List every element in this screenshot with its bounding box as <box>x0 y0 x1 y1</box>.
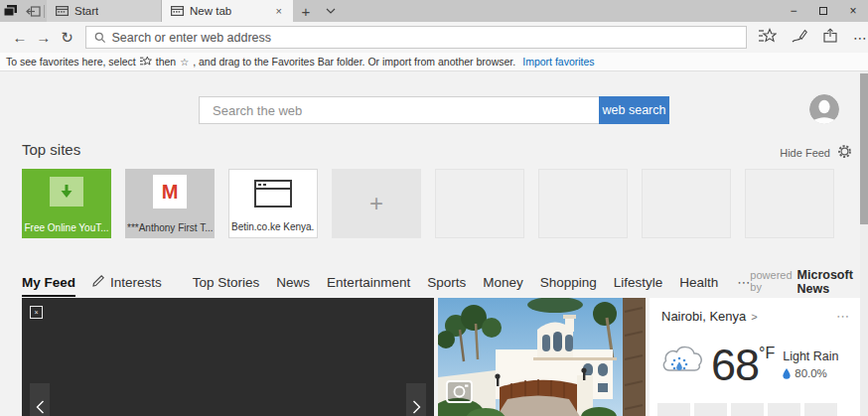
tab-new-tab[interactable]: New tab × <box>162 0 293 22</box>
mansion-photo <box>438 298 646 416</box>
weather-card[interactable]: Nairobi, Kenya > ⋯ 68 <box>650 298 860 416</box>
broken-image-icon: × <box>30 306 43 319</box>
top-sites-grid: Free Online YouT... M ***Anthony First T… <box>22 169 834 238</box>
weather-temperature: 68 <box>711 342 759 389</box>
browser-window: Start New tab × + − × ← → ↻ <box>0 0 868 416</box>
back-button[interactable]: ← <box>8 29 32 46</box>
maximize-button[interactable] <box>808 0 838 22</box>
tile-label: Free Online YouT... <box>24 222 109 233</box>
new-tab-button[interactable]: + <box>293 0 319 22</box>
toolbar: ← → ↻ ⋯ <box>0 22 868 53</box>
feed-tab-health[interactable]: Health <box>679 275 718 290</box>
droplet-icon <box>783 368 791 379</box>
web-search-input[interactable] <box>200 103 599 118</box>
tab-start[interactable]: Start <box>47 0 162 22</box>
feed-tab-my-feed[interactable]: My Feed <box>22 275 75 297</box>
tab-close-icon[interactable]: × <box>274 5 284 17</box>
import-favorites-link[interactable]: Import favorites <box>522 56 594 68</box>
new-tab-page-icon <box>171 6 184 16</box>
forecast-placeholder <box>804 403 837 416</box>
minimize-button[interactable]: − <box>779 0 808 22</box>
precipitation-value: 80.0% <box>795 367 827 379</box>
empty-top-site-tile <box>745 169 834 238</box>
tile-label: Betin.co.ke Kenya... <box>231 221 315 232</box>
hide-feed-label: Hide Feed <box>780 147 830 159</box>
avatar[interactable] <box>809 94 839 124</box>
pencil-icon <box>92 274 105 290</box>
scrollbar-thumb[interactable] <box>860 73 868 224</box>
microsoft-news-brand: Microsoft News <box>797 268 853 296</box>
photo-article-card[interactable] <box>438 298 646 416</box>
feed-tab-top-stories[interactable]: Top Stories <box>193 275 260 290</box>
tile-label: ***Anthony First T... <box>127 222 213 233</box>
settings-more-icon[interactable]: ⋯ <box>853 30 868 46</box>
carousel-prev-button[interactable] <box>30 383 50 416</box>
share-icon[interactable] <box>822 28 838 47</box>
browser-window-icon <box>254 180 292 208</box>
feed-tab-shopping[interactable]: Shopping <box>540 275 597 290</box>
web-note-pen-icon[interactable] <box>792 28 807 48</box>
camera-icon <box>447 381 472 402</box>
refresh-button[interactable]: ↻ <box>56 29 79 47</box>
forecast-placeholder <box>768 403 800 416</box>
search-icon <box>86 32 112 44</box>
weather-current: 68 °F Light Rain 80.0% <box>659 342 839 389</box>
feed-tab-money[interactable]: Money <box>483 275 523 290</box>
start-page-icon <box>56 6 69 16</box>
weather-condition: Light Rain <box>783 349 838 363</box>
carousel-card[interactable]: × <box>22 298 434 416</box>
weather-forecast-placeholders <box>657 403 837 416</box>
empty-top-site-tile <box>435 169 524 238</box>
empty-top-site-tile <box>538 169 628 238</box>
feed-tab-label: News <box>276 275 310 290</box>
window-controls: − × <box>779 0 868 22</box>
forecast-placeholder <box>731 403 764 416</box>
feed-tab-news[interactable]: News <box>276 275 310 290</box>
forward-button[interactable]: → <box>32 29 56 46</box>
tab-new-tab-label: New tab <box>190 5 231 17</box>
address-bar[interactable] <box>85 26 747 49</box>
carousel-next-button[interactable] <box>406 383 426 416</box>
feed-tab-sports[interactable]: Sports <box>427 275 466 290</box>
empty-top-site-tile <box>642 169 731 238</box>
add-top-site-tile[interactable]: + <box>332 169 421 238</box>
top-site-tile-gmail[interactable]: M ***Anthony First T... <box>125 169 215 238</box>
star-icon: ☆ <box>180 57 189 68</box>
powered-by-label: powered by <box>750 269 792 293</box>
weather-more-icon[interactable]: ⋯ <box>836 309 850 324</box>
feed-more-icon[interactable]: ⋯ <box>737 275 750 290</box>
web-search-box[interactable] <box>199 96 599 124</box>
favorites-hub-mini-icon <box>140 56 152 69</box>
feed-tab-entertainment[interactable]: Entertainment <box>327 275 410 290</box>
plus-icon: + <box>369 190 383 217</box>
feed-tab-label: Lifestyle <box>614 275 663 290</box>
address-input[interactable] <box>112 31 746 45</box>
web-search-row: web search <box>199 96 669 124</box>
feed-tab-lifestyle[interactable]: Lifestyle <box>614 275 663 290</box>
favorites-hint-text-2: then <box>156 56 176 68</box>
tab-separator <box>44 5 45 18</box>
feed-nav: My Feed Interests Top Stories News Enter… <box>22 268 852 296</box>
weather-precipitation: 80.0% <box>783 367 838 379</box>
tab-preview-chevron-icon[interactable] <box>319 0 343 22</box>
feed-tab-label: Sports <box>427 275 466 290</box>
hide-feed-control[interactable]: Hide Feed <box>780 144 852 161</box>
set-tabs-aside-icon[interactable] <box>0 0 22 22</box>
weather-location[interactable]: Nairobi, Kenya <box>661 309 746 324</box>
feed-tab-interests[interactable]: Interests <box>92 274 162 290</box>
gear-icon[interactable] <box>837 144 852 161</box>
forecast-placeholder <box>694 403 727 416</box>
weather-header: Nairobi, Kenya > ⋯ <box>661 309 850 324</box>
top-site-tile-free-online[interactable]: Free Online YouT... <box>22 169 111 238</box>
scrollbar[interactable] <box>860 71 868 416</box>
feed-tab-label: My Feed <box>22 275 75 290</box>
web-search-button[interactable]: web search <box>599 96 669 124</box>
favorites-hub-icon[interactable] <box>759 28 777 48</box>
close-button[interactable]: × <box>838 0 868 22</box>
feed-tab-label: Shopping <box>540 275 597 290</box>
maximize-icon <box>819 7 827 15</box>
favorites-hint-text-1: To see favorites here, select <box>6 56 136 68</box>
top-site-tile-betin[interactable]: Betin.co.ke Kenya... <box>228 169 318 238</box>
tabs-youve-set-aside-icon[interactable] <box>22 0 44 22</box>
feed-tab-label: Interests <box>110 275 162 290</box>
